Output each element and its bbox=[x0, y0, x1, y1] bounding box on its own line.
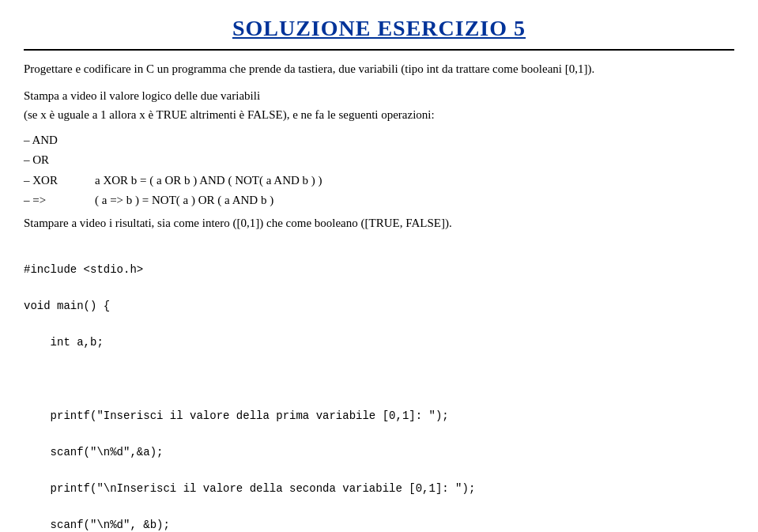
code-line-scanf2: scanf("\n%d", &b); bbox=[24, 519, 170, 531]
logic-table: – AND – OR – XOR a XOR b = ( a OR b ) AN… bbox=[24, 130, 734, 211]
code-line-printf1: printf("Inserisci il valore della prima … bbox=[24, 409, 449, 422]
logic-formula-xor: a XOR b = ( a OR b ) AND ( NOT( a AND b … bbox=[95, 171, 322, 191]
logic-row-and: – AND bbox=[24, 130, 734, 151]
divider bbox=[24, 49, 734, 51]
logic-row-implies: – => ( a => b ) = NOT( a ) OR ( a AND b … bbox=[24, 191, 734, 211]
logic-formula-implies: ( a => b ) = NOT( a ) OR ( a AND b ) bbox=[95, 191, 273, 211]
code-line-scanf1: scanf("\n%d",&a); bbox=[24, 446, 163, 458]
logic-row-or: – OR bbox=[24, 150, 734, 171]
code-line-main: void main() { bbox=[24, 300, 110, 312]
stampare-text: Stampare a video i risultati, sia come i… bbox=[24, 214, 734, 232]
code-line-include: #include <stdio.h> bbox=[24, 263, 143, 276]
page-title: SOLUZIONE ESERCIZIO 5 bbox=[24, 16, 734, 41]
description-prefix: Stampa a video il valore logico delle du… bbox=[24, 89, 260, 102]
logic-label-implies: – => bbox=[24, 191, 95, 211]
logic-row-xor: – XOR a XOR b = ( a OR b ) AND ( NOT( a … bbox=[24, 171, 734, 191]
intro-paragraph: Progettare e codificare in C un programm… bbox=[24, 60, 734, 78]
description-block: Stampa a video il valore logico delle du… bbox=[24, 86, 734, 124]
description-line1: (se x è uguale a 1 allora x è TRUE altri… bbox=[24, 108, 435, 121]
code-section: #include <stdio.h> void main() { int a,b… bbox=[24, 243, 734, 532]
code-line-int: int a,b; bbox=[24, 336, 104, 349]
logic-label-xor: – XOR bbox=[24, 171, 95, 191]
logic-label-or: – OR bbox=[24, 150, 95, 171]
code-line-printf2: printf("\nInserisci il valore della seco… bbox=[24, 482, 475, 495]
logic-label-and: – AND bbox=[24, 130, 95, 151]
